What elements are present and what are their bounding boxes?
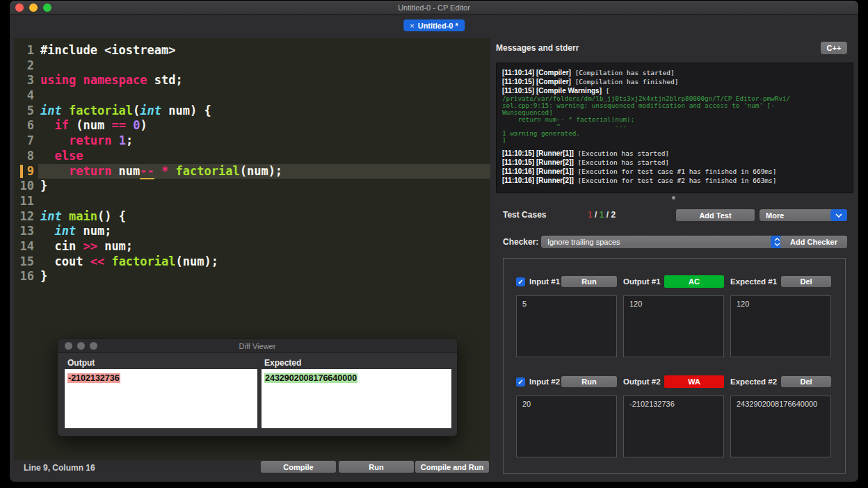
chevron-down-icon[interactable] [830, 209, 847, 221]
line-number: 14 [14, 239, 38, 254]
console-message: [Compilation has finished] [571, 78, 678, 86]
console-line: 1 warning generated. [502, 130, 847, 137]
line-number: 16 [14, 269, 38, 284]
expected-label: Expected #2 [730, 377, 777, 386]
code-line: 4 [14, 88, 490, 104]
total-count: 2 [611, 210, 616, 220]
line-number: 8 [14, 149, 38, 164]
run-button[interactable]: Run [339, 461, 414, 473]
code-text [38, 194, 490, 209]
input-checkbox[interactable]: ✓ [516, 277, 525, 286]
console-timestamp: [11:10:16] [Runner[1]] [502, 168, 574, 175]
code-text: cin >> num; [38, 239, 490, 254]
tab-untitled-0[interactable]: × Untitled-0 * [403, 19, 465, 31]
verdict-badge[interactable]: AC [664, 275, 724, 288]
line-number: 12 [14, 209, 38, 225]
diff-close-icon[interactable] [65, 342, 72, 350]
verdict-badge[interactable]: WA [664, 375, 724, 388]
line-number: 7 [14, 133, 38, 149]
code-text: cout << factorial(num); [38, 254, 490, 270]
title-bar[interactable]: Untitled-0 - CP Editor [10, 1, 858, 15]
diff-expected-value: 2432902008176640000 [264, 373, 357, 383]
line-number: 6 [14, 118, 38, 133]
console-message: [Execution for test case #2 has finished… [574, 177, 777, 184]
line-number: 9 [14, 164, 38, 179]
code-line: 13 int num; [14, 224, 490, 239]
console-message: [Execution for test case #1 has finished… [574, 168, 777, 175]
console-line: [11:10:16] [Runner[2]] [Execution for te… [502, 176, 847, 185]
run-testcase-button[interactable]: Run [561, 376, 617, 387]
console-line: [11:10:15] [Runner[2]] [Execution has st… [502, 158, 847, 167]
console-timestamp: [11:10:15] [Runner[2]] [502, 158, 574, 166]
input-box[interactable]: 20 [516, 396, 617, 457]
summary-separator: / [593, 210, 600, 220]
more-dropdown[interactable]: More [760, 209, 847, 221]
checker-label: Checker: [503, 237, 538, 247]
code-line: 16} [14, 269, 490, 284]
code-line: 11 [14, 194, 490, 209]
test-cases-container: ✓Input #1RunOutput #1ACExpected #1Del512… [503, 258, 846, 474]
code-line: 10} [14, 179, 490, 194]
code-line: 7 return 1; [14, 133, 490, 149]
line-number: 2 [14, 58, 38, 74]
console-message: [ [602, 87, 609, 95]
code-line: 15 cout << factorial(num); [14, 254, 490, 270]
output-box[interactable]: 120 [623, 295, 724, 357]
compile-button[interactable]: Compile [261, 461, 336, 473]
diff-viewer-title: Diff Viewer [239, 342, 276, 350]
line-number: 10 [14, 179, 38, 194]
verdict-summary: 1 / 1 / 2 [588, 210, 616, 220]
code-text: int main() { [38, 209, 490, 225]
expected-box[interactable]: 120 [730, 295, 831, 357]
input-label: Input #1 [529, 277, 560, 286]
code-line: 1#include <iostream> [14, 43, 490, 58]
add-checker-button[interactable]: Add Checker [780, 236, 847, 248]
compiler-console[interactable]: [11:10:14] [Compiler] [Compilation has s… [496, 63, 853, 193]
compile-and-run-button[interactable]: Compile and Run [415, 461, 489, 473]
diff-viewer-title-bar[interactable]: Diff Viewer [58, 339, 457, 353]
diff-expected-pane: 2432902008176640000 [262, 369, 451, 428]
expected-label: Expected #1 [730, 277, 777, 286]
close-window-icon[interactable] [15, 3, 24, 12]
console-line: [11:10:14] [Compiler] [Compilation has s… [502, 68, 847, 77]
run-testcase-button[interactable]: Run [561, 276, 617, 287]
console-timestamp: [11:10:15] [Compiler] [502, 78, 571, 86]
add-test-button[interactable]: Add Test [676, 209, 755, 221]
input-box[interactable]: 5 [516, 295, 617, 357]
console-line: ] [502, 137, 847, 144]
console-timestamp: [11:10:15] [Runner[1]] [502, 149, 574, 157]
diff-zoom-icon[interactable] [90, 342, 97, 350]
diff-viewer-window: Diff Viewer Output Expected -2102132736 … [57, 339, 458, 437]
test-case-row: ✓Input #2RunOutput #2WAExpected #2Del20-… [516, 375, 833, 457]
diff-minimize-icon[interactable] [77, 342, 85, 350]
delete-testcase-button[interactable]: Del [781, 276, 831, 287]
code-line: 6 if (num == 0) [14, 118, 490, 133]
output-label: Output #2 [623, 377, 661, 386]
code-text: int factorial(int num) { [38, 104, 490, 119]
code-line: 9 return num-- * factorial(num); [14, 164, 490, 179]
checker-dropdown[interactable]: Ignore trailing spaces [541, 236, 784, 248]
code-text: } [38, 179, 490, 194]
tab-close-icon[interactable]: × [410, 22, 414, 30]
diff-output-value: -2102132736 [67, 373, 120, 383]
minimize-window-icon[interactable] [29, 3, 38, 12]
code-line: 2 [14, 58, 490, 74]
code-text: else [38, 149, 490, 164]
splitter-handle[interactable] [672, 196, 675, 200]
expected-box[interactable]: 2432902008176640000 [730, 396, 831, 457]
zoom-window-icon[interactable] [43, 3, 51, 12]
checker-selected-value: Ignore trailing spaces [541, 238, 771, 246]
output-box[interactable]: -2102132736 [623, 396, 724, 457]
line-number: 5 [14, 104, 38, 119]
line-number: 1 [14, 43, 38, 58]
test-case-row: ✓Input #1RunOutput #1ACExpected #1Del512… [516, 275, 833, 357]
code-text [38, 88, 490, 104]
language-button[interactable]: C++ [821, 42, 847, 54]
code-line: 14 cin >> num; [14, 239, 490, 254]
delete-testcase-button[interactable]: Del [781, 376, 831, 387]
input-checkbox[interactable]: ✓ [516, 377, 525, 387]
line-number: 4 [14, 88, 38, 104]
console-timestamp: [11:10:15] [Compile Warnings] [502, 87, 602, 95]
code-text: #include <iostream> [38, 43, 490, 58]
code-text: } [38, 269, 490, 284]
